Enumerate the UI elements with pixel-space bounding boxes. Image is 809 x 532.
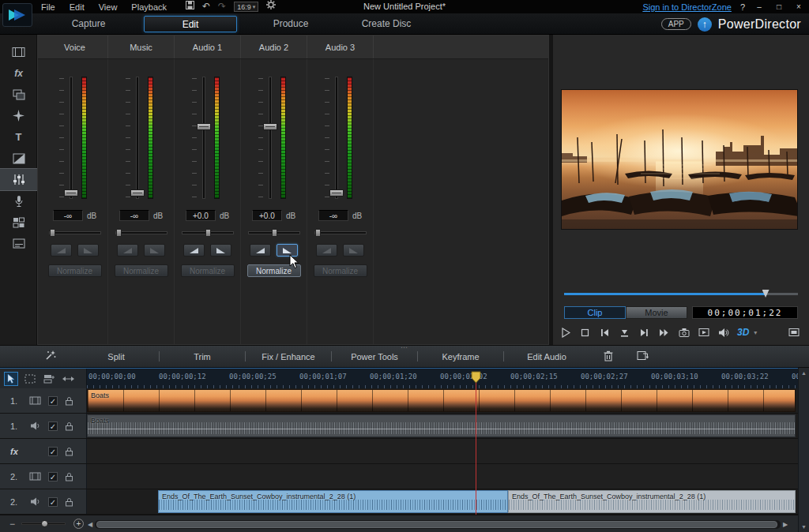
stop-button[interactable] <box>579 327 591 339</box>
playhead-marker[interactable] <box>471 371 481 387</box>
zoom-in-button[interactable]: + <box>73 519 84 529</box>
menu-file[interactable]: File <box>41 2 55 12</box>
preview-seek-slider[interactable] <box>564 293 798 295</box>
movie-mode-button[interactable]: Movie <box>626 306 687 319</box>
track-lock-icon[interactable] <box>65 472 73 481</box>
chevron-down-icon[interactable]: ▾ <box>754 329 757 336</box>
pan-handle[interactable] <box>205 229 211 237</box>
audio3-volume-fader[interactable] <box>335 77 338 199</box>
tab-capture[interactable]: Capture <box>44 16 133 32</box>
sidebar-item-transition-room[interactable] <box>0 148 37 169</box>
fader-handle[interactable] <box>263 123 277 130</box>
track-body-fx[interactable] <box>87 439 798 463</box>
minimize-button[interactable]: – <box>754 2 765 11</box>
zoom-handle[interactable] <box>41 520 48 527</box>
upgrade-arrow-icon[interactable]: ↑ <box>698 17 712 32</box>
signin-directorzone-link[interactable]: Sign in to DirectorZone <box>642 2 732 12</box>
range-select-tool-button[interactable] <box>23 372 37 386</box>
track-enable-checkbox[interactable]: ✓ <box>48 472 58 481</box>
fader-handle[interactable] <box>197 123 211 130</box>
fast-forward-button[interactable] <box>658 327 670 339</box>
trash-icon[interactable] <box>604 350 613 363</box>
timeline-vertical-scrollbar[interactable]: ▲ ▼ <box>798 368 809 532</box>
track-lock-icon[interactable] <box>65 396 73 406</box>
music-pan-slider[interactable] <box>115 231 167 234</box>
audio3-normalize-button[interactable]: Normalize <box>314 264 367 277</box>
audio1-fade-in-button[interactable] <box>183 244 205 257</box>
tab-produce[interactable]: Produce <box>251 16 330 32</box>
seek-marker-button[interactable] <box>619 327 630 339</box>
music-normalize-button[interactable]: Normalize <box>115 264 168 277</box>
menu-view[interactable]: View <box>99 2 118 12</box>
fix-enhance-button[interactable]: Fix / Enhance <box>246 352 331 362</box>
tab-edit[interactable]: Edit <box>144 16 237 32</box>
music-clip-2[interactable]: Ends_Of_The_Earth_Sunset_Cowboy_instrume… <box>508 490 796 513</box>
play-button[interactable] <box>559 327 571 339</box>
audio2-pan-slider[interactable] <box>248 231 300 234</box>
keyframe-button[interactable]: Keyframe <box>418 352 503 362</box>
volume-button[interactable] <box>717 327 729 339</box>
app-badge[interactable]: APP <box>661 18 691 30</box>
fullscreen-button[interactable] <box>788 327 800 339</box>
music-clip-selected[interactable]: Ends_Of_The_Earth_Sunset_Cowboy_instrume… <box>158 490 508 513</box>
previous-frame-button[interactable] <box>599 327 611 339</box>
audio2-volume-fader[interactable] <box>269 77 272 199</box>
panel-splitter-handle[interactable]: ⋯ <box>401 345 408 350</box>
zoom-out-button[interactable]: − <box>9 519 15 530</box>
next-frame-button[interactable] <box>638 327 650 339</box>
sidebar-item-chapter-room[interactable] <box>0 212 37 233</box>
sidebar-item-subtitle-room[interactable] <box>0 233 37 254</box>
split-button[interactable]: Split <box>73 352 159 362</box>
audio3-fade-in-button[interactable] <box>316 244 337 257</box>
scroll-left-icon[interactable]: ◀ <box>85 521 95 528</box>
track-enable-checkbox[interactable]: ✓ <box>48 396 58 406</box>
magic-wand-icon[interactable] <box>44 350 56 363</box>
fit-timeline-button[interactable] <box>61 372 75 386</box>
sidebar-item-pip-objects[interactable] <box>0 84 37 105</box>
sidebar-item-voiceover-room[interactable] <box>0 190 37 212</box>
pan-handle[interactable] <box>272 229 277 237</box>
audio1-volume-fader[interactable] <box>202 77 205 199</box>
capture-window-button[interactable] <box>698 327 709 339</box>
edit-audio-button[interactable]: Edit Audio <box>504 352 589 362</box>
pan-handle[interactable] <box>315 229 321 237</box>
fader-handle[interactable] <box>64 189 78 197</box>
audio1-normalize-button[interactable]: Normalize <box>181 264 235 277</box>
power-tools-button[interactable]: Power Tools <box>332 352 417 362</box>
pan-handle[interactable] <box>116 229 122 237</box>
music-volume-fader[interactable] <box>136 77 139 199</box>
audio3-pan-slider[interactable] <box>314 231 367 234</box>
hscroll-thumb[interactable] <box>96 521 777 528</box>
snapshot-camera-button[interactable] <box>678 327 690 339</box>
music-fade-in-button[interactable] <box>117 244 138 257</box>
undo-icon[interactable]: ↶ <box>202 0 210 13</box>
audio3-fade-out-button[interactable] <box>343 244 364 257</box>
select-tool-button[interactable] <box>4 372 18 386</box>
voice-fade-out-button[interactable] <box>77 244 99 257</box>
audio2-fade-in-button[interactable] <box>250 244 271 257</box>
timeline-zoom-slider[interactable] <box>21 523 66 525</box>
audio1-pan-slider[interactable] <box>182 231 234 234</box>
fader-handle[interactable] <box>329 189 344 197</box>
redo-icon[interactable]: ↷ <box>218 0 226 13</box>
scroll-right-icon[interactable]: ▶ <box>781 521 790 528</box>
sidebar-item-audio-mixing-room[interactable] <box>0 169 37 190</box>
track-enable-checkbox[interactable]: ✓ <box>48 421 58 431</box>
voice-pan-slider[interactable] <box>49 231 101 234</box>
tab-create-disc[interactable]: Create Disc <box>340 16 433 32</box>
aspect-ratio-select[interactable]: 16:9 ▾ <box>234 2 258 12</box>
settings-gear-icon[interactable] <box>266 0 276 13</box>
music-fade-out-button[interactable] <box>144 244 165 257</box>
export-room-icon[interactable] <box>637 350 649 362</box>
voice-fade-in-button[interactable] <box>51 244 72 257</box>
voice-volume-fader[interactable] <box>70 77 73 199</box>
audio2-fade-out-button[interactable] <box>277 244 298 257</box>
sidebar-item-effect-room[interactable]: fx <box>0 62 37 84</box>
help-button[interactable]: ? <box>740 2 745 12</box>
menu-edit[interactable]: Edit <box>70 2 85 12</box>
fader-handle[interactable] <box>130 189 145 197</box>
video-clip-boats[interactable]: Boats <box>87 389 796 412</box>
track-lock-icon[interactable] <box>65 421 73 431</box>
scroll-down-icon[interactable]: ▼ <box>801 524 807 530</box>
save-icon[interactable] <box>186 0 194 13</box>
